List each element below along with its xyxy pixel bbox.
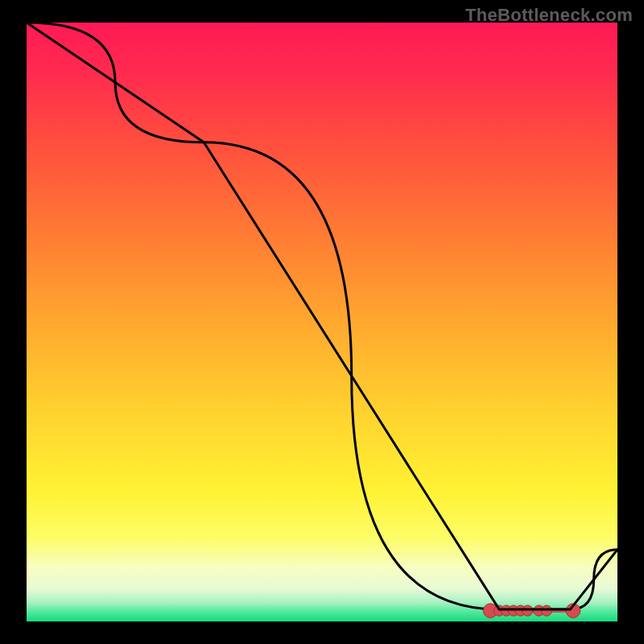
bottleneck-chart <box>0 0 644 644</box>
plot-area <box>27 23 617 621</box>
chart-stage: TheBottleneck.com <box>0 0 644 644</box>
